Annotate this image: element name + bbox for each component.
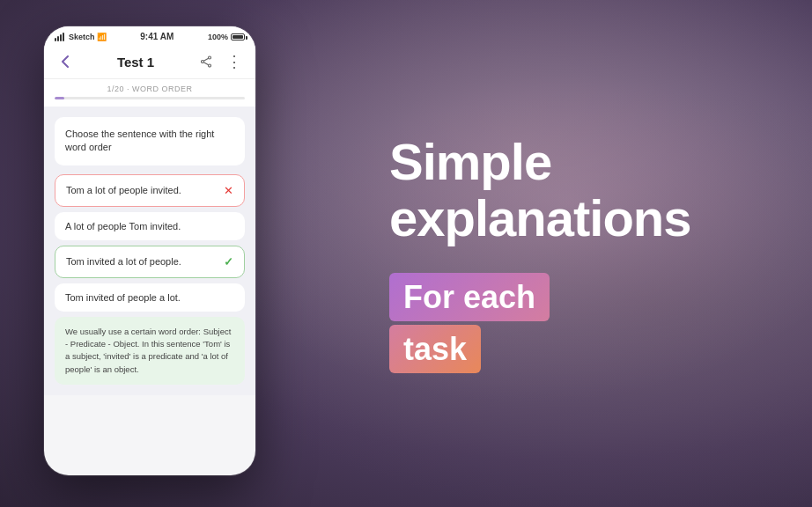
battery-icon (231, 33, 245, 40)
nav-bar: Test 1 ⋮ (44, 45, 255, 79)
right-panel: Simple explanations For each task (354, 0, 777, 507)
battery-percent: 100% (208, 33, 228, 41)
content-area: Choose the sentence with the right word … (44, 107, 255, 395)
status-battery-area: 100% (208, 33, 245, 41)
progress-label: 1/20 · WORD ORDER (55, 84, 245, 93)
progress-track (55, 97, 245, 99)
phone-mockup: Sketch 📶 9:41 AM 100% Test 1 (44, 26, 255, 475)
answer-text-4: Tom invited of people a lot. (65, 292, 181, 303)
nav-title: Test 1 (76, 55, 196, 70)
progress-fill (55, 97, 64, 99)
status-carrier: Sketch 📶 (55, 33, 107, 41)
heading-line-2: explanations (389, 190, 742, 246)
answer-option-2[interactable]: A lot of people Tom invited. (55, 212, 245, 240)
share-button[interactable] (196, 52, 217, 71)
status-time: 9:41 AM (140, 32, 173, 41)
status-bar: Sketch 📶 9:41 AM 100% (44, 26, 255, 45)
svg-point-0 (209, 56, 211, 59)
question-text: Choose the sentence with the right word … (65, 129, 214, 152)
more-button[interactable]: ⋮ (224, 52, 245, 71)
correct-icon-3: ✓ (224, 255, 233, 268)
explanation-box: We usually use a certain word order: Sub… (55, 317, 245, 385)
sub-heading: For each task (389, 273, 742, 373)
signal-icon (55, 33, 64, 41)
sub-line-1: For each (389, 273, 550, 321)
main-heading: Simple explanations (389, 134, 742, 246)
carrier-name: Sketch (69, 33, 95, 41)
wifi-icon: 📶 (97, 33, 107, 41)
progress-section: 1/20 · WORD ORDER (44, 79, 255, 107)
heading-line-1: Simple (389, 134, 742, 190)
answer-text-3: Tom invited a lot of people. (66, 256, 181, 267)
answer-option-4[interactable]: Tom invited of people a lot. (55, 283, 245, 312)
nav-actions: ⋮ (196, 52, 245, 71)
answer-text-1: Tom a lot of people invited. (66, 185, 181, 195)
svg-line-3 (203, 58, 208, 61)
svg-point-1 (209, 64, 211, 67)
svg-line-4 (203, 62, 208, 65)
question-box: Choose the sentence with the right word … (55, 117, 245, 165)
sub-line-2: task (389, 325, 481, 373)
answer-option-3[interactable]: Tom invited a lot of people. ✓ (55, 246, 245, 278)
answer-option-1[interactable]: Tom a lot of people invited. ✕ (55, 174, 245, 207)
phone-screen: Sketch 📶 9:41 AM 100% Test 1 (44, 26, 255, 475)
wrong-icon-1: ✕ (224, 184, 233, 197)
answer-text-2: A lot of people Tom invited. (65, 221, 181, 231)
back-button[interactable] (55, 55, 76, 68)
svg-point-2 (202, 61, 204, 63)
explanation-text: We usually use a certain word order: Sub… (65, 327, 231, 374)
